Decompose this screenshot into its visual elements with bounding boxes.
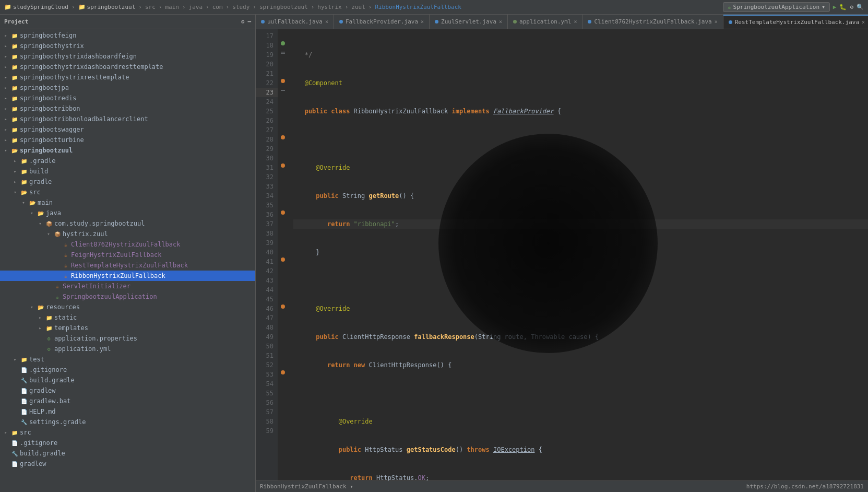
- tab-close[interactable]: ×: [499, 19, 502, 25]
- tab-close[interactable]: ×: [862, 19, 865, 25]
- tree-item-springbootturbine[interactable]: 📁 springbootturbine: [0, 135, 255, 145]
- tree-item-build-gradle-top[interactable]: 🔧 build.gradle: [0, 448, 255, 459]
- tree-item-springbootfeign[interactable]: 📁 springbootfeign: [0, 30, 255, 41]
- folder-icon: 📂: [37, 209, 45, 217]
- tab-zuulservlet[interactable]: ZuulServlet.java ×: [430, 15, 508, 29]
- bookmark-icon-44: [279, 302, 287, 311]
- code-line-29: [293, 389, 868, 398]
- tree-arrow-expanded: [2, 148, 9, 153]
- tree-item-test[interactable]: 📁 test: [0, 354, 255, 365]
- status-bar: RibbonHystrixZuulFallback ▾ https://blog…: [256, 481, 868, 492]
- folder-icon: 📁: [10, 84, 19, 91]
- bookmark-icon-21: [279, 76, 287, 86]
- folder-icon: 📁: [10, 429, 19, 436]
- tree-item-springbootribbonloadbalancerclient[interactable]: 📁 springbootribbonloadbalancerclient: [0, 114, 255, 124]
- app-dropdown[interactable]: ☕ SpringbootzuulApplication ▾: [723, 2, 830, 12]
- java-crumb: java: [189, 4, 203, 10]
- folder-icon: 📂: [28, 199, 37, 206]
- tree-item-springboothystrix[interactable]: 📁 springboothystrix: [0, 41, 255, 51]
- folder-icon: 📁: [20, 178, 28, 185]
- search-icon[interactable]: 🔍: [857, 4, 864, 10]
- tab-dot: [588, 20, 591, 24]
- tree-item-gradle-hidden[interactable]: 📁 .gradle: [0, 156, 255, 166]
- folder-icon: 📁: [10, 42, 19, 50]
- code-line-18: @Component: [293, 78, 868, 88]
- tab-application-yml[interactable]: application.yml ×: [508, 15, 582, 29]
- tree-item-springbootribbon[interactable]: 📁 springbootribbon: [0, 103, 255, 114]
- java-main-icon: ☕: [53, 293, 62, 300]
- tab-close[interactable]: ×: [715, 19, 718, 25]
- tab-close[interactable]: ×: [421, 19, 424, 25]
- main-layout: Project ⚙ — 📁 springbootfeign 📁 springbo…: [0, 15, 868, 492]
- panel-collapse-icon[interactable]: —: [247, 18, 251, 25]
- tree-item-client8762[interactable]: ☕ Client8762HystrixZuulFallback: [0, 239, 255, 250]
- project-tree[interactable]: 📁 springbootfeign 📁 springboothystrix 📁 …: [0, 29, 255, 492]
- tree-item-static[interactable]: 📁 static: [0, 312, 255, 323]
- tree-item-gitignore[interactable]: 📄 .gitignore: [0, 365, 255, 375]
- tree-item-ribbon[interactable]: ☕ RibbonHystrixZuulFallback: [0, 271, 255, 281]
- tree-item-application-yml[interactable]: ⚙ application.yml: [0, 344, 255, 354]
- tree-item-build-gradle[interactable]: 🔧 build.gradle: [0, 375, 255, 385]
- package-icon: 📦: [45, 220, 53, 227]
- tree-item-springbootzuulapplication[interactable]: ☕ SpringbootzuulApplication: [0, 291, 255, 302]
- svg-point-5: [281, 135, 285, 139]
- project-name[interactable]: 📁 studySpringCloud: [4, 4, 68, 10]
- tree-item-gradle[interactable]: 📁 gradle: [0, 177, 255, 187]
- tree-item-com-study[interactable]: 📦 com.study.springbootzuul: [0, 218, 255, 229]
- gutter-fold-22: [279, 86, 287, 95]
- tree-item-help-md[interactable]: 📄 HELP.md: [0, 406, 255, 417]
- svg-rect-4: [281, 90, 285, 91]
- tab-close[interactable]: ×: [574, 19, 577, 25]
- repo-name[interactable]: 📁 springbootzuul: [78, 4, 136, 10]
- folder-icon: 📁: [10, 74, 19, 81]
- debug-button[interactable]: 🐛: [839, 4, 847, 10]
- run-button[interactable]: ▶: [833, 4, 837, 10]
- settings-icon[interactable]: ⚙: [850, 4, 853, 10]
- tree-item-gitignore-top[interactable]: 📄 .gitignore: [0, 438, 255, 448]
- tree-arrow: [2, 54, 9, 59]
- properties-icon: ⚙: [45, 335, 53, 342]
- tree-item-feign[interactable]: ☕ FeignHystrixZuulFallback: [0, 250, 255, 260]
- code-content[interactable]: 17 18 19 20 21 22 23 24 25 26 27 28 29 3…: [256, 29, 868, 481]
- tree-item-gradlew-bat[interactable]: 📄 gradlew.bat: [0, 396, 255, 406]
- tree-arrow: [11, 169, 19, 174]
- tab-fallbackprovider[interactable]: FallbackProvider.java ×: [334, 15, 430, 29]
- tab-ribbon-active[interactable]: RestTemplateHystrixZuulFallback.java ×: [723, 15, 868, 29]
- tab-uulfallback[interactable]: uulFallback.java ×: [256, 15, 334, 29]
- tree-item-springboothystrixdashboardfeign[interactable]: 📁 springboothystrixdashboardfeign: [0, 51, 255, 62]
- tree-item-templates[interactable]: 📁 templates: [0, 323, 255, 333]
- tree-item-resources[interactable]: 📂 resources: [0, 302, 255, 312]
- tree-item-main[interactable]: 📂 main: [0, 197, 255, 208]
- tab-dot: [261, 20, 265, 24]
- tree-arrow: [37, 325, 44, 331]
- tree-item-springbootjpa[interactable]: 📁 springbootjpa: [0, 83, 255, 93]
- tree-item-gradlew[interactable]: 📄 gradlew: [0, 385, 255, 396]
- tree-item-application-properties[interactable]: ⚙ application.properties: [0, 333, 255, 344]
- tree-item-src-top[interactable]: 📁 src: [0, 427, 255, 438]
- study-crumb: study: [232, 4, 249, 10]
- tree-item-springbootswagger[interactable]: 📁 springbootswagger: [0, 124, 255, 135]
- tree-item-springboothystrixdashboardresttemplate[interactable]: 📁 springboothystrixdashboardresttemplate: [0, 62, 255, 72]
- tree-item-hystrix-zuul[interactable]: 📦 hystrix.zuul: [0, 229, 255, 239]
- tree-item-src[interactable]: 📂 src: [0, 187, 255, 197]
- code-line-30: @Override: [293, 417, 868, 426]
- bookmark-icon-53: [279, 368, 287, 377]
- tab-client8762[interactable]: Client8762HystrixZuulFallback.java ×: [582, 15, 723, 29]
- tree-arrow-expanded: [45, 231, 52, 237]
- folder-icon: 📁: [20, 157, 28, 165]
- folder-icon: 📂: [20, 189, 28, 196]
- tree-item-java[interactable]: 📂 java: [0, 208, 255, 218]
- tree-item-build[interactable]: 📁 build: [0, 166, 255, 177]
- tree-arrow-expanded: [37, 221, 44, 226]
- code-line-22: public String getRoute() {: [293, 191, 868, 201]
- tree-item-springboothystrixresttemplate[interactable]: 📁 springboothystrixresttemplate: [0, 72, 255, 83]
- tree-item-gradlew-top[interactable]: 📄 gradlew: [0, 459, 255, 469]
- tree-item-settings-gradle[interactable]: 🔧 settings.gradle: [0, 417, 255, 427]
- tab-close[interactable]: ×: [325, 19, 328, 25]
- tree-item-servletinitializer[interactable]: ☕ ServletInitializer: [0, 281, 255, 291]
- gradle-icon: 🔧: [20, 418, 28, 426]
- tree-item-resttemplate[interactable]: ☕ RestTemplateHystrixZuulFallback: [0, 260, 255, 271]
- tree-item-springbootzuul[interactable]: 📂 springbootzuul: [0, 145, 255, 156]
- panel-settings-icon[interactable]: ⚙: [241, 18, 245, 25]
- tree-item-springbootredis[interactable]: 📁 springbootredis: [0, 93, 255, 103]
